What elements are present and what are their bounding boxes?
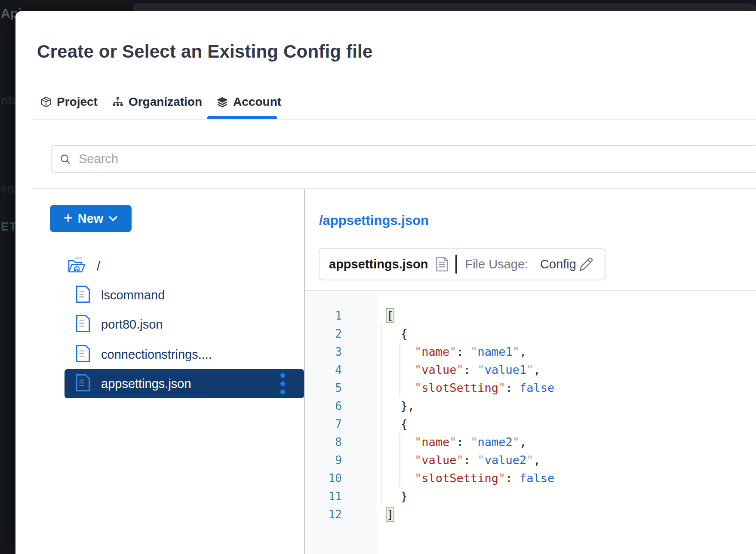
tab-project[interactable]: Project: [40, 95, 98, 109]
org-chart-icon: [112, 96, 124, 108]
file-name: appsettings.json: [329, 257, 428, 271]
document-icon: [436, 256, 449, 272]
file-row[interactable]: connectionstrings....: [75, 342, 212, 366]
screen: Api nts ents ET Create or Select an Exis…: [0, 0, 756, 554]
document-icon: [75, 345, 91, 364]
root-folder-label: /: [97, 259, 100, 274]
home-folder-icon: [67, 256, 86, 276]
file-name: lscommand: [101, 288, 165, 302]
code-lines: [ { "name": "name1", "value": "value1", …: [387, 307, 554, 523]
document-icon: [75, 314, 91, 334]
document-icon: [75, 374, 91, 394]
tab-label: Organization: [129, 95, 202, 109]
line-numbers: 123456789101112: [305, 307, 342, 523]
file-name: connectionstrings....: [101, 348, 212, 362]
chevron-down-icon: [108, 215, 118, 222]
tab-organization[interactable]: Organization: [112, 95, 202, 109]
file-tree-pane: + New /: [15, 189, 304, 554]
tab-label: Account: [233, 95, 281, 109]
background-text-fragment: ET: [1, 220, 18, 234]
search-input[interactable]: [78, 151, 574, 166]
indent-guide: [381, 325, 382, 505]
layers-icon: [216, 96, 228, 108]
file-row[interactable]: lscommand: [75, 283, 165, 307]
tabs-divider: [32, 119, 756, 120]
active-tab-indicator: [207, 116, 277, 119]
tab-label: Project: [57, 95, 98, 109]
search-icon: [59, 153, 72, 166]
file-name: appsettings.json: [101, 377, 191, 391]
package-icon: [40, 96, 52, 108]
file-preview-pane: /appsettings.json appsettings.json File …: [305, 189, 756, 554]
file-path-link[interactable]: /appsettings.json: [319, 213, 429, 228]
new-button[interactable]: + New: [50, 205, 132, 232]
tree-root-folder[interactable]: /: [67, 254, 100, 278]
search-box: [51, 145, 756, 173]
code-viewer: 123456789101112 [ { "name": "name1", "va…: [305, 290, 756, 554]
file-row[interactable]: port80.json: [75, 312, 163, 336]
tab-account[interactable]: Account: [216, 95, 281, 109]
scope-tabs: Project Organization: [40, 91, 281, 113]
config-file-modal: Create or Select an Existing Config file…: [15, 11, 756, 554]
file-usage-label: File Usage:: [465, 257, 528, 271]
file-usage-value: Config: [540, 257, 576, 271]
file-row-selected[interactable]: appsettings.json: [65, 369, 304, 398]
modal-title: Create or Select an Existing Config file: [37, 41, 373, 62]
edit-pencil-icon[interactable]: [577, 255, 594, 273]
file-name: port80.json: [101, 317, 163, 332]
document-icon: [75, 285, 91, 305]
file-usage-box: appsettings.json File Usage: Config: [319, 248, 605, 280]
separator-bar: [455, 255, 457, 274]
kebab-menu-icon[interactable]: [279, 372, 287, 396]
plus-icon: +: [64, 210, 73, 226]
